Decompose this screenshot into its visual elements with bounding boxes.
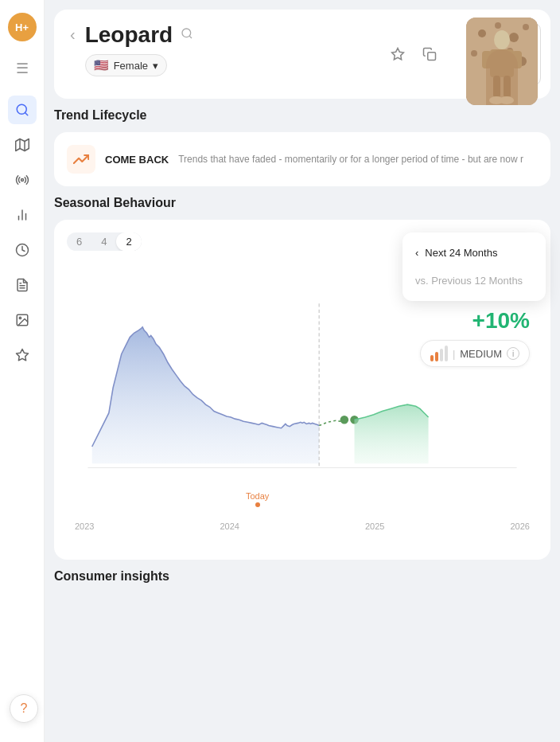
main-content: ‹ Leopard 🇺🇸 Female ▾: [45, 0, 560, 742]
growth-badge: +10%: [472, 308, 530, 334]
sidebar-item-broadcast[interactable]: [8, 166, 37, 194]
svg-rect-30: [482, 51, 492, 68]
x-label-2024: 2024: [220, 521, 239, 531]
seasonal-card: 6 4 2 ‹ Next 24 Months vs. Previous 12 M…: [54, 220, 550, 560]
months-selector: 6 4 2: [67, 232, 142, 251]
svg-marker-2: [15, 139, 29, 151]
month-btn-4[interactable]: 4: [91, 232, 116, 251]
lifecycle-description: Trends that have faded - momentarily or …: [178, 154, 523, 165]
svg-point-20: [478, 29, 486, 37]
svg-point-37: [340, 416, 349, 424]
consumer-insights-section: Consumer insights: [54, 569, 550, 584]
month-btn-6[interactable]: 6: [67, 232, 91, 251]
star-button[interactable]: [385, 41, 410, 67]
svg-point-28: [494, 30, 510, 49]
confidence-bars: [430, 346, 448, 361]
comeback-icon: [67, 145, 95, 174]
chevron-left-icon: ‹: [415, 247, 418, 259]
sidebar-item-image[interactable]: [8, 306, 37, 334]
svg-rect-18: [428, 53, 436, 61]
svg-point-35: [500, 96, 514, 104]
x-label-2025: 2025: [365, 521, 384, 531]
sidebar-item-document[interactable]: [8, 271, 37, 299]
svg-rect-31: [512, 51, 522, 68]
svg-point-34: [489, 96, 504, 104]
svg-point-22: [509, 33, 519, 42]
back-button[interactable]: ‹: [67, 25, 79, 44]
consumer-insights-title: Consumer insights: [54, 569, 550, 584]
header-card: ‹ Leopard 🇺🇸 Female ▾: [54, 10, 550, 99]
help-button[interactable]: ?: [10, 694, 38, 723]
sidebar-item-map[interactable]: [8, 131, 37, 159]
svg-point-23: [523, 24, 529, 30]
sidebar-item-chart[interactable]: [8, 201, 37, 229]
trend-image: [466, 18, 538, 105]
sidebar-item-history[interactable]: [8, 236, 37, 264]
gender-filter[interactable]: 🇺🇸 Female ▾: [85, 54, 167, 76]
today-dot: [255, 502, 260, 507]
dropdown-item-next24[interactable]: ‹ Next 24 Months: [402, 239, 546, 267]
sidebar: H+ ☰: [0, 0, 45, 742]
svg-line-16: [189, 36, 192, 38]
trend-lifecycle-section: Trend Lifecycle COME BACK Trends that ha…: [54, 108, 550, 186]
lifecycle-section-title: Trend Lifecycle: [54, 108, 550, 123]
x-label-2026: 2026: [511, 521, 530, 531]
conf-bar-4: [445, 346, 448, 361]
dropdown-item-prev12[interactable]: vs. Previous 12 Months: [402, 267, 546, 295]
sidebar-item-favorites[interactable]: [8, 341, 37, 369]
svg-point-15: [182, 29, 191, 37]
dropdown-selected-label: Next 24 Months: [425, 247, 497, 259]
user-avatar[interactable]: H+: [8, 13, 37, 41]
dropdown-option2-label: vs. Previous 12 Months: [415, 275, 523, 287]
period-dropdown[interactable]: ‹ Next 24 Months vs. Previous 12 Months: [402, 232, 546, 301]
title-area: Leopard 🇺🇸 Female ▾: [85, 22, 193, 76]
trend-title: Leopard: [85, 22, 173, 48]
seasonal-section-title: Seasonal Behaviour: [54, 196, 550, 210]
svg-rect-33: [504, 76, 511, 98]
info-icon[interactable]: i: [507, 347, 519, 360]
svg-rect-29: [490, 49, 514, 77]
today-label: Today: [246, 491, 269, 501]
svg-point-13: [19, 317, 21, 318]
svg-marker-14: [16, 350, 28, 361]
svg-line-1: [25, 112, 27, 115]
seasonal-section: Seasonal Behaviour 6 4 2 ‹ Next 24 Month…: [54, 196, 550, 560]
svg-point-24: [471, 50, 477, 57]
x-axis: 2023 2024 2025 2026: [67, 521, 538, 531]
conf-bar-3: [440, 349, 443, 361]
svg-marker-17: [392, 49, 404, 60]
lifecycle-label: COME BACK: [105, 154, 169, 166]
today-marker: Today: [246, 491, 269, 507]
chevron-down-icon: ▾: [153, 60, 158, 72]
svg-rect-32: [493, 76, 500, 98]
x-label-2023: 2023: [75, 521, 94, 531]
sidebar-item-search[interactable]: [8, 96, 37, 124]
svg-point-5: [21, 179, 23, 182]
menu-icon[interactable]: ☰: [8, 54, 37, 83]
svg-point-21: [495, 22, 501, 29]
confidence-label: MEDIUM: [460, 348, 502, 360]
lifecycle-card: COME BACK Trends that have faded - momen…: [54, 132, 550, 186]
month-btn-2[interactable]: 2: [116, 232, 141, 251]
confidence-badge: | MEDIUM i: [420, 340, 530, 367]
copy-button[interactable]: [417, 41, 442, 67]
conf-bar-2: [435, 352, 438, 361]
conf-bar-1: [430, 355, 434, 361]
seasonal-chart: 2023 2024 2025 2026 Today +10%: [67, 260, 538, 547]
flag-icon: 🇺🇸: [94, 58, 109, 72]
stats-overlay: +10% | MEDIUM i: [420, 308, 530, 367]
gender-label: Female: [114, 60, 148, 72]
title-search-icon[interactable]: [181, 27, 193, 43]
